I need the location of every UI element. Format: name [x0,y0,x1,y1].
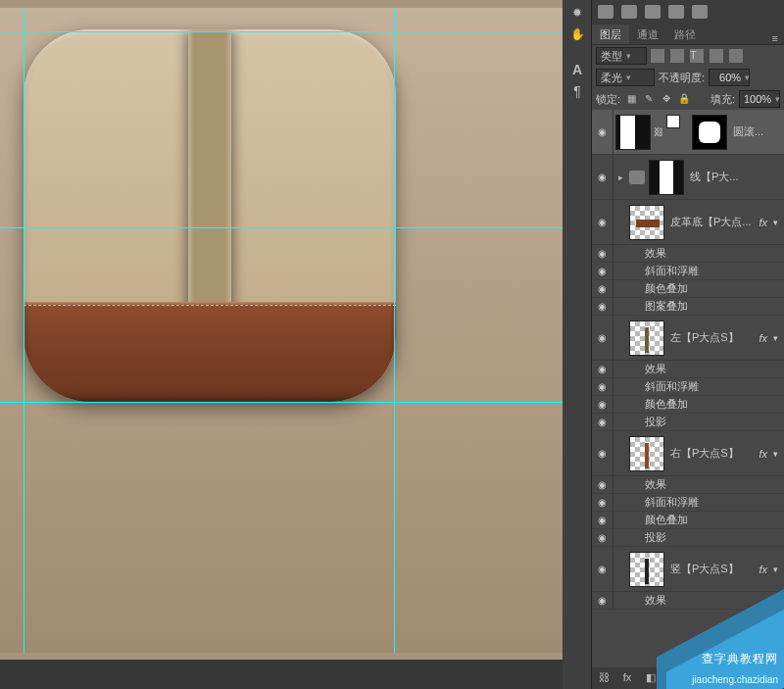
fx-collapse-icon[interactable]: ▾ [770,333,780,343]
fx-item[interactable]: ◉斜面和浮雕 [592,494,784,512]
fx-badge[interactable]: fx [756,448,770,460]
filter-kind-select[interactable]: 类型 [596,47,647,65]
adj-icon[interactable] [668,5,684,19]
fx-item[interactable]: ◉颜色叠加 [592,396,784,414]
visibility-toggle[interactable]: ◉ [592,547,613,591]
filter-smart-icon[interactable] [729,49,743,63]
fx-item[interactable]: ◉图案叠加 [592,298,784,316]
document-canvas[interactable] [0,8,563,653]
visibility-toggle[interactable]: ◉ [592,512,613,529]
layer-fx-icon[interactable]: fx [619,671,635,685]
visibility-toggle[interactable]: ◉ [592,316,613,360]
layer-item[interactable]: ◉ 竖【P大点S】 fx▾ [592,547,784,592]
blend-mode-select[interactable]: 柔光 [596,69,655,86]
layers-list[interactable]: ◉ ⛓ 圆滚... ◉ ▸ 线【P大... ◉ 皮革底【P大 [592,110,784,667]
fx-item[interactable]: ◉颜色叠加 [592,280,784,298]
light-icon[interactable]: ✹ [568,4,586,22]
layer-thumb[interactable] [615,115,651,150]
link-layers-icon[interactable]: ⛓ [596,671,612,685]
fx-badge[interactable]: fx [756,217,770,228]
fx-collapse-icon[interactable]: ▾ [770,449,780,459]
lock-position-icon[interactable]: ✥ [660,92,673,106]
guide-horizontal[interactable] [0,402,563,403]
fx-item[interactable]: ◉斜面和浮雕 [592,263,784,280]
layer-name[interactable]: 线【P大... [686,170,780,184]
filter-type-icon[interactable]: T [690,49,704,63]
layer-name[interactable]: 皮革底【P大点... [666,215,756,229]
layer-mask-icon[interactable]: ◧ [643,671,659,685]
hand-icon[interactable]: ✋ [568,25,586,43]
fx-header[interactable]: ◉效果 [592,245,784,263]
layer-name[interactable]: 左【P大点S】 [666,330,756,345]
fx-header[interactable]: ◉效果 [592,361,784,378]
filter-shape-icon[interactable] [710,49,723,63]
layer-item[interactable]: ◉ 左【P大点S】 fx▾ [592,316,784,361]
lock-pixels-icon[interactable]: ✎ [642,92,656,106]
fx-item[interactable]: ◉投影 [592,414,784,431]
layer-group[interactable]: ◉ ▸ 线【P大... [592,155,784,200]
fx-collapse-icon[interactable]: ▾ [770,218,780,227]
fx-collapse-icon[interactable]: ▾ [770,565,780,574]
visibility-toggle[interactable]: ◉ [592,245,613,263]
fill-input[interactable]: 100% [739,90,780,108]
layer-item[interactable]: ◉ 皮革底【P大点... fx▾ [592,200,784,245]
visibility-toggle[interactable]: ◉ [592,200,613,244]
layer-thumb[interactable] [629,436,664,471]
group-mask-thumb[interactable] [649,160,684,195]
filter-adjust-icon[interactable] [670,49,684,63]
visibility-toggle[interactable]: ◉ [592,110,613,154]
adj-icon[interactable] [621,5,637,19]
visibility-toggle[interactable]: ◉ [592,431,613,475]
panel-menu-icon[interactable]: ≡ [766,32,784,44]
fx-header[interactable]: ◉效果 [592,592,784,610]
visibility-toggle[interactable]: ◉ [592,280,613,298]
fx-header[interactable]: ◉效果 [592,476,784,494]
layer-thumb[interactable] [629,205,664,240]
visibility-toggle[interactable]: ◉ [592,476,613,494]
visibility-toggle[interactable]: ◉ [592,378,613,396]
lock-transparent-icon[interactable]: ▦ [624,92,638,106]
visibility-toggle[interactable]: ◉ [592,592,613,610]
fx-item[interactable]: ◉颜色叠加 [592,512,784,529]
adj-icon[interactable] [645,5,661,19]
guide-horizontal[interactable] [0,227,563,228]
adj-icon[interactable] [692,5,708,19]
lock-all-icon[interactable]: 🔒 [677,92,691,106]
visibility-toggle[interactable]: ◉ [592,494,613,512]
guide-vertical[interactable] [24,8,24,653]
layer-item[interactable]: ◉ 右【P大点S】 fx▾ [592,431,784,476]
fx-badge[interactable]: fx [756,332,770,344]
paragraph-panel-icon[interactable]: ¶ [568,82,586,100]
filter-pixel-icon[interactable] [651,49,664,63]
visibility-toggle[interactable]: ◉ [592,414,613,431]
layer-name[interactable]: 竖【P大点S】 [666,562,756,576]
tab-layers[interactable]: 图层 [592,25,629,44]
fx-item[interactable]: ◉斜面和浮雕 [592,378,784,396]
layer-name[interactable]: 圆滚... [729,124,780,139]
opacity-input[interactable]: 60% [709,69,750,86]
visibility-toggle[interactable]: ◉ [592,396,613,414]
guide-horizontal[interactable] [0,31,563,32]
tab-paths[interactable]: 路径 [666,25,704,44]
reveal-toggle[interactable]: ▸ [613,172,627,182]
tab-channels[interactable]: 通道 [629,25,666,44]
visibility-toggle[interactable]: ◉ [592,529,613,547]
visibility-toggle[interactable]: ◉ [592,263,613,280]
visibility-toggle[interactable]: ◉ [592,155,613,199]
opacity-label: 不透明度: [659,71,705,85]
mask-thumb[interactable] [666,115,680,128]
layer-thumb[interactable] [629,320,664,356]
layer-mask-thumb[interactable] [692,115,727,150]
character-panel-icon[interactable]: A [568,61,586,78]
layer-thumb[interactable] [629,552,664,587]
layer-item[interactable]: ◉ ⛓ 圆滚... [592,110,784,155]
fx-item[interactable]: ◉投影 [592,529,784,547]
guide-vertical[interactable] [394,8,395,653]
fx-badge[interactable]: fx [756,564,770,575]
layer-name[interactable]: 右【P大点S】 [666,446,756,461]
adj-icon[interactable] [598,5,613,19]
visibility-toggle[interactable]: ◉ [592,298,613,316]
visibility-toggle[interactable]: ◉ [592,361,613,378]
link-icon[interactable]: ⛓ [655,115,662,150]
adjustment-layer-icon[interactable]: ◐ [666,671,682,685]
